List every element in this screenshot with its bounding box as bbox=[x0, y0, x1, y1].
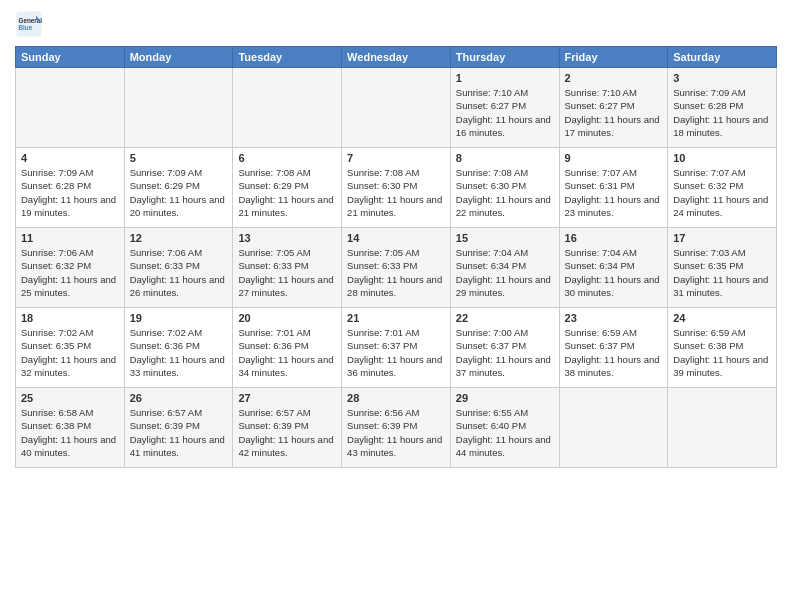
day-number: 3 bbox=[673, 72, 771, 84]
calendar-cell bbox=[233, 68, 342, 148]
logo-icon: General Blue bbox=[15, 10, 43, 38]
calendar-cell: 28Sunrise: 6:56 AM Sunset: 6:39 PM Dayli… bbox=[342, 388, 451, 468]
day-number: 15 bbox=[456, 232, 554, 244]
calendar-cell: 27Sunrise: 6:57 AM Sunset: 6:39 PM Dayli… bbox=[233, 388, 342, 468]
svg-text:Blue: Blue bbox=[19, 24, 33, 31]
day-number: 20 bbox=[238, 312, 336, 324]
day-info: Sunrise: 6:56 AM Sunset: 6:39 PM Dayligh… bbox=[347, 406, 445, 459]
weekday-header-thursday: Thursday bbox=[450, 47, 559, 68]
day-info: Sunrise: 6:59 AM Sunset: 6:37 PM Dayligh… bbox=[565, 326, 663, 379]
calendar-cell: 8Sunrise: 7:08 AM Sunset: 6:30 PM Daylig… bbox=[450, 148, 559, 228]
calendar-cell: 18Sunrise: 7:02 AM Sunset: 6:35 PM Dayli… bbox=[16, 308, 125, 388]
calendar-cell: 16Sunrise: 7:04 AM Sunset: 6:34 PM Dayli… bbox=[559, 228, 668, 308]
calendar-cell: 22Sunrise: 7:00 AM Sunset: 6:37 PM Dayli… bbox=[450, 308, 559, 388]
calendar-cell bbox=[16, 68, 125, 148]
calendar-cell: 11Sunrise: 7:06 AM Sunset: 6:32 PM Dayli… bbox=[16, 228, 125, 308]
calendar-cell: 9Sunrise: 7:07 AM Sunset: 6:31 PM Daylig… bbox=[559, 148, 668, 228]
calendar-cell: 7Sunrise: 7:08 AM Sunset: 6:30 PM Daylig… bbox=[342, 148, 451, 228]
day-info: Sunrise: 6:58 AM Sunset: 6:38 PM Dayligh… bbox=[21, 406, 119, 459]
calendar-cell: 14Sunrise: 7:05 AM Sunset: 6:33 PM Dayli… bbox=[342, 228, 451, 308]
calendar-cell bbox=[668, 388, 777, 468]
calendar-cell: 13Sunrise: 7:05 AM Sunset: 6:33 PM Dayli… bbox=[233, 228, 342, 308]
day-info: Sunrise: 7:06 AM Sunset: 6:32 PM Dayligh… bbox=[21, 246, 119, 299]
day-number: 16 bbox=[565, 232, 663, 244]
calendar-cell: 3Sunrise: 7:09 AM Sunset: 6:28 PM Daylig… bbox=[668, 68, 777, 148]
day-number: 2 bbox=[565, 72, 663, 84]
weekday-header-wednesday: Wednesday bbox=[342, 47, 451, 68]
calendar-cell: 1Sunrise: 7:10 AM Sunset: 6:27 PM Daylig… bbox=[450, 68, 559, 148]
day-info: Sunrise: 7:01 AM Sunset: 6:36 PM Dayligh… bbox=[238, 326, 336, 379]
day-info: Sunrise: 7:02 AM Sunset: 6:36 PM Dayligh… bbox=[130, 326, 228, 379]
day-info: Sunrise: 7:09 AM Sunset: 6:28 PM Dayligh… bbox=[673, 86, 771, 139]
weekday-header-friday: Friday bbox=[559, 47, 668, 68]
calendar-cell bbox=[124, 68, 233, 148]
day-info: Sunrise: 6:57 AM Sunset: 6:39 PM Dayligh… bbox=[238, 406, 336, 459]
day-info: Sunrise: 7:09 AM Sunset: 6:28 PM Dayligh… bbox=[21, 166, 119, 219]
calendar-cell: 2Sunrise: 7:10 AM Sunset: 6:27 PM Daylig… bbox=[559, 68, 668, 148]
calendar-cell: 15Sunrise: 7:04 AM Sunset: 6:34 PM Dayli… bbox=[450, 228, 559, 308]
day-number: 7 bbox=[347, 152, 445, 164]
day-number: 19 bbox=[130, 312, 228, 324]
day-info: Sunrise: 7:06 AM Sunset: 6:33 PM Dayligh… bbox=[130, 246, 228, 299]
weekday-header-saturday: Saturday bbox=[668, 47, 777, 68]
day-number: 26 bbox=[130, 392, 228, 404]
day-number: 13 bbox=[238, 232, 336, 244]
calendar-cell: 17Sunrise: 7:03 AM Sunset: 6:35 PM Dayli… bbox=[668, 228, 777, 308]
day-number: 5 bbox=[130, 152, 228, 164]
weekday-header-row: SundayMondayTuesdayWednesdayThursdayFrid… bbox=[16, 47, 777, 68]
day-info: Sunrise: 7:04 AM Sunset: 6:34 PM Dayligh… bbox=[565, 246, 663, 299]
day-info: Sunrise: 6:59 AM Sunset: 6:38 PM Dayligh… bbox=[673, 326, 771, 379]
weekday-header-monday: Monday bbox=[124, 47, 233, 68]
day-number: 23 bbox=[565, 312, 663, 324]
calendar-cell: 6Sunrise: 7:08 AM Sunset: 6:29 PM Daylig… bbox=[233, 148, 342, 228]
calendar-cell: 26Sunrise: 6:57 AM Sunset: 6:39 PM Dayli… bbox=[124, 388, 233, 468]
day-info: Sunrise: 7:08 AM Sunset: 6:30 PM Dayligh… bbox=[347, 166, 445, 219]
day-info: Sunrise: 7:08 AM Sunset: 6:29 PM Dayligh… bbox=[238, 166, 336, 219]
calendar-table: SundayMondayTuesdayWednesdayThursdayFrid… bbox=[15, 46, 777, 468]
day-info: Sunrise: 7:02 AM Sunset: 6:35 PM Dayligh… bbox=[21, 326, 119, 379]
calendar-cell: 4Sunrise: 7:09 AM Sunset: 6:28 PM Daylig… bbox=[16, 148, 125, 228]
calendar-cell: 10Sunrise: 7:07 AM Sunset: 6:32 PM Dayli… bbox=[668, 148, 777, 228]
day-number: 10 bbox=[673, 152, 771, 164]
weekday-header-tuesday: Tuesday bbox=[233, 47, 342, 68]
calendar-cell: 19Sunrise: 7:02 AM Sunset: 6:36 PM Dayli… bbox=[124, 308, 233, 388]
day-info: Sunrise: 7:07 AM Sunset: 6:32 PM Dayligh… bbox=[673, 166, 771, 219]
day-number: 21 bbox=[347, 312, 445, 324]
day-number: 18 bbox=[21, 312, 119, 324]
page: General Blue SundayMondayTuesdayWednesda… bbox=[0, 0, 792, 612]
day-info: Sunrise: 7:07 AM Sunset: 6:31 PM Dayligh… bbox=[565, 166, 663, 219]
day-number: 29 bbox=[456, 392, 554, 404]
calendar-cell bbox=[342, 68, 451, 148]
day-number: 1 bbox=[456, 72, 554, 84]
day-info: Sunrise: 7:09 AM Sunset: 6:29 PM Dayligh… bbox=[130, 166, 228, 219]
day-number: 11 bbox=[21, 232, 119, 244]
calendar-cell: 21Sunrise: 7:01 AM Sunset: 6:37 PM Dayli… bbox=[342, 308, 451, 388]
day-info: Sunrise: 7:05 AM Sunset: 6:33 PM Dayligh… bbox=[238, 246, 336, 299]
calendar-cell: 5Sunrise: 7:09 AM Sunset: 6:29 PM Daylig… bbox=[124, 148, 233, 228]
header: General Blue bbox=[15, 10, 777, 38]
day-info: Sunrise: 7:04 AM Sunset: 6:34 PM Dayligh… bbox=[456, 246, 554, 299]
weekday-header-sunday: Sunday bbox=[16, 47, 125, 68]
calendar-cell bbox=[559, 388, 668, 468]
day-info: Sunrise: 7:03 AM Sunset: 6:35 PM Dayligh… bbox=[673, 246, 771, 299]
day-number: 22 bbox=[456, 312, 554, 324]
day-number: 6 bbox=[238, 152, 336, 164]
day-number: 24 bbox=[673, 312, 771, 324]
calendar-cell: 29Sunrise: 6:55 AM Sunset: 6:40 PM Dayli… bbox=[450, 388, 559, 468]
week-row-3: 18Sunrise: 7:02 AM Sunset: 6:35 PM Dayli… bbox=[16, 308, 777, 388]
day-number: 12 bbox=[130, 232, 228, 244]
day-info: Sunrise: 7:05 AM Sunset: 6:33 PM Dayligh… bbox=[347, 246, 445, 299]
calendar-cell: 20Sunrise: 7:01 AM Sunset: 6:36 PM Dayli… bbox=[233, 308, 342, 388]
calendar-cell: 24Sunrise: 6:59 AM Sunset: 6:38 PM Dayli… bbox=[668, 308, 777, 388]
day-number: 28 bbox=[347, 392, 445, 404]
calendar-cell: 23Sunrise: 6:59 AM Sunset: 6:37 PM Dayli… bbox=[559, 308, 668, 388]
logo: General Blue bbox=[15, 10, 47, 38]
day-number: 4 bbox=[21, 152, 119, 164]
day-info: Sunrise: 6:57 AM Sunset: 6:39 PM Dayligh… bbox=[130, 406, 228, 459]
week-row-1: 4Sunrise: 7:09 AM Sunset: 6:28 PM Daylig… bbox=[16, 148, 777, 228]
calendar-cell: 12Sunrise: 7:06 AM Sunset: 6:33 PM Dayli… bbox=[124, 228, 233, 308]
day-info: Sunrise: 7:01 AM Sunset: 6:37 PM Dayligh… bbox=[347, 326, 445, 379]
day-number: 9 bbox=[565, 152, 663, 164]
day-number: 25 bbox=[21, 392, 119, 404]
day-number: 27 bbox=[238, 392, 336, 404]
